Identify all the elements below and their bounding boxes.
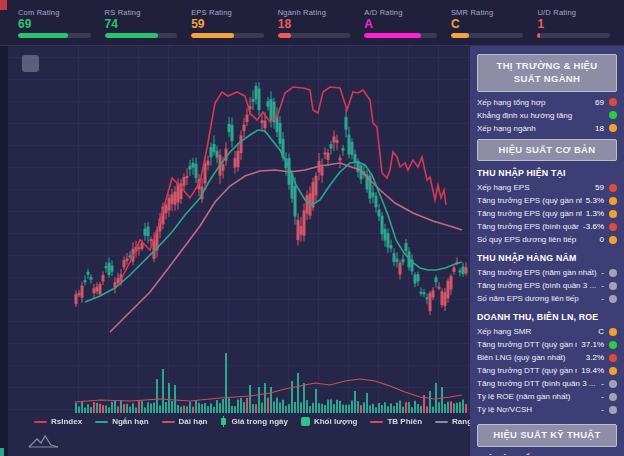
rating-value: 1 [537,18,610,30]
legend-label: Khối lượng [314,417,357,426]
metric-value: 3.2% [586,353,604,362]
status-dot [609,341,617,349]
rating-progress-fill [364,33,421,38]
metric-label: Xếp hạng tổng hợp [477,98,591,107]
status-dot [609,236,617,244]
metric-value: 0 [600,235,604,244]
rating-progress-track [364,33,437,38]
candle-body [221,418,226,425]
fundamental-performance-button[interactable]: HIỆU SUẤT CƠ BẢN [477,139,617,162]
rating-progress-track [451,33,524,38]
metric-label: Tăng trưởng DTT (quý gần nhì) [477,366,577,375]
price-chart-canvas[interactable] [0,46,470,456]
metric-value: - [601,281,604,290]
metric-label: Tăng trưởng DTT (quý gần nhất) [477,340,577,349]
metric-label: Tỷ lệ ROE (năm gần nhất) [477,392,597,401]
rating-progress-fill [105,33,159,38]
metric-label: Xếp hạng SMR [477,327,594,336]
technical-performance-button[interactable]: HIỆU SUẤT KỸ THUẬT [477,424,617,447]
rating-label: Com Rating [18,8,91,17]
market-sector-performance-button[interactable]: THỊ TRƯỜNG & HIỆU SUẤT NGÀNH [477,54,617,92]
rating-value: A [364,18,437,30]
rating-item[interactable]: SMR RatingC [451,8,524,38]
status-dot [609,197,617,205]
metric-row: Tăng trưởng EPS (năm gần nhất)- [477,266,617,279]
rating-item[interactable]: Ngành Rating18 [278,8,351,38]
metric-label: Tăng trưởng DTT (bình quân 3 ... [477,379,597,388]
metric-label: Xếp hạng ngành [477,124,591,133]
rating-progress-fill [18,33,68,38]
status-dot [609,223,617,231]
rating-value: C [451,18,524,30]
metric-label: Tăng trưởng EPS (quý gần nhì) [477,209,582,218]
legend-item-square[interactable]: Khối lượng [301,417,357,426]
metric-row: Khẳng định xu hướng tăng [477,109,617,122]
metric-row: Số năm EPS dương liên tiếp- [477,292,617,305]
metric-row: Tăng trưởng DTT (bình quân 3 ...- [477,377,617,390]
rating-progress-track [278,33,351,38]
status-dot [609,124,617,132]
legend-line-swatch [34,421,47,423]
status-dot [609,282,617,290]
metric-row: Tăng trưởng EPS (quý gần nhì)1.3% [477,207,617,220]
metric-label: Biên LNG (quý gần nhất) [477,353,582,362]
status-dot [609,295,617,303]
metric-label: Xếp hạng EPS [477,183,591,192]
metric-row: Xếp hạng EPS59 [477,181,617,194]
ratings-bar: Com Rating69RS Rating74EPS Rating59Ngành… [0,0,624,46]
metric-row: Tăng trưởng EPS (bình quân 3 ...- [477,279,617,292]
candle-icon [220,416,227,427]
corner-accent [0,0,7,10]
chart-legend: RsIndexNgắn hạnDài hạnGiá trong ngàyKhối… [34,416,470,427]
metric-row: Tăng trưởng EPS (quý gần nhất)5.3% [477,194,617,207]
rating-progress-track [191,33,264,38]
watermark-badge[interactable] [22,55,39,72]
zigzag-icon [28,434,60,450]
metric-row: Tỷ lệ ROE (năm gần nhất)- [477,390,617,403]
legend-label: RsIndex [51,417,82,426]
metric-value: -3.6% [583,222,604,231]
rating-item[interactable]: Com Rating69 [18,8,91,38]
section-title: THU NHẬP HÀNG NĂM [477,253,617,263]
rating-value: 74 [105,18,178,30]
rating-item[interactable]: U/D Rating1 [537,8,610,38]
rating-progress-track [537,33,610,38]
rating-label: SMR Rating [451,8,524,17]
metric-row: Tăng trưởng DTT (quý gần nhì)19.4% [477,364,617,377]
rating-value: 59 [191,18,264,30]
metric-value: - [601,405,604,414]
legend-item-line[interactable]: RsIndex [34,417,82,426]
legend-item-candle[interactable]: Giá trong ngày [220,416,287,427]
rating-label: RS Rating [105,8,178,17]
metric-value: 1.3% [586,209,604,218]
metric-value: 5.3% [586,196,604,205]
section-title: THU NHẬP HIỆN TẠI [477,168,617,178]
metric-value: 37.1% [581,340,604,349]
rating-item[interactable]: EPS Rating59 [191,8,264,38]
status-dot [609,184,617,192]
metric-row: Tăng trưởng EPS (bình quân 3 ...-3.6% [477,220,617,233]
status-dot [609,354,617,362]
status-dot [609,406,617,414]
metric-label: Tăng trưởng EPS (năm gần nhất) [477,268,597,277]
metric-row: Xếp hạng ngành18 [477,122,617,135]
rating-item[interactable]: A/D RatingA [364,8,437,38]
rating-progress-track [18,33,91,38]
metric-row: Xếp hạng SMRC [477,325,617,338]
section-title: DOANH THU, BIÊN LN, ROE [477,312,617,322]
status-dot [609,393,617,401]
metric-value: 59 [595,183,604,192]
legend-label: TB Phiên [387,417,422,426]
metric-label: Tăng trưởng EPS (bình quân 3 ... [477,222,579,231]
metric-label: Số quý EPS dương liên tiếp [477,235,596,244]
legend-item-line[interactable]: TB Phiên [370,417,422,426]
rating-label: Ngành Rating [278,8,351,17]
rating-progress-fill [537,33,539,38]
legend-item-line[interactable]: Ngắn hạn [95,417,148,426]
metric-label: Số năm EPS dương liên tiếp [477,294,597,303]
metric-row: Tỷ lệ Nợ/VCSH- [477,403,617,416]
legend-item-line[interactable]: Dài hạn [162,417,208,426]
metric-value: - [601,268,604,277]
status-dot [609,111,617,119]
rating-item[interactable]: RS Rating74 [105,8,178,38]
